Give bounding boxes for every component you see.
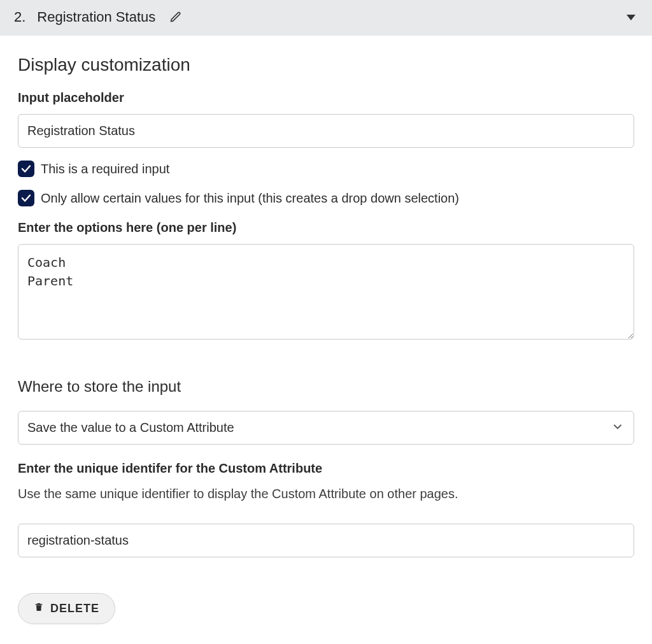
step-title: Registration Status — [37, 9, 155, 25]
required-row: This is a required input — [18, 161, 634, 177]
delete-label: DELETE — [50, 602, 99, 615]
identifier-help: Use the same unique identifier to displa… — [18, 485, 634, 503]
required-checkbox[interactable] — [18, 161, 34, 177]
collapse-chevron-icon[interactable] — [627, 15, 635, 20]
options-textarea[interactable] — [18, 244, 634, 340]
options-label: Enter the options here (one per line) — [18, 220, 634, 235]
allow-values-row: Only allow certain values for this input… — [18, 190, 634, 206]
allow-values-checkbox[interactable] — [18, 190, 34, 206]
placeholder-label: Input placeholder — [18, 90, 634, 105]
step-header[interactable]: 2. Registration Status — [0, 0, 652, 36]
edit-icon[interactable] — [169, 11, 182, 24]
identifier-input[interactable] — [18, 524, 634, 557]
trash-icon — [34, 601, 44, 616]
identifier-label: Enter the unique identifer for the Custo… — [18, 461, 634, 476]
storage-title: Where to store the input — [18, 378, 634, 396]
display-customization-title: Display customization — [18, 55, 634, 75]
placeholder-input[interactable] — [18, 114, 634, 148]
step-number: 2. — [14, 9, 25, 25]
delete-button[interactable]: DELETE — [18, 593, 115, 624]
allow-values-label: Only allow certain values for this input… — [41, 191, 459, 206]
storage-select[interactable] — [18, 411, 634, 445]
step-header-left: 2. Registration Status — [14, 9, 182, 25]
required-label: This is a required input — [41, 162, 169, 176]
step-content: Display customization Input placeholder … — [0, 36, 652, 642]
storage-select-wrap — [18, 411, 634, 445]
